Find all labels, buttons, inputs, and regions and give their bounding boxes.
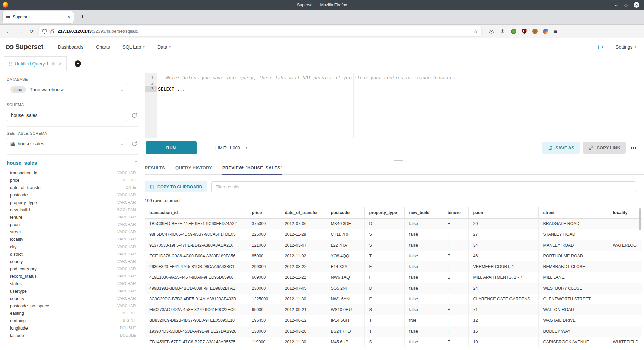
column-type: VARCHAR [117, 267, 136, 271]
table-title[interactable]: house_sales [7, 160, 37, 166]
back-icon[interactable]: ← [6, 28, 11, 34]
privacy-badger-icon[interactable] [511, 29, 516, 34]
table-cell: false [404, 240, 443, 251]
schema-column-row: northingBIGINT [7, 317, 136, 324]
filter-results-input[interactable] [211, 181, 636, 192]
table-cell: 85000 [247, 251, 280, 261]
table-schema-select[interactable]: house_sales ⌄ [7, 138, 127, 149]
results-controls: COPY TO CLIPBOARD [145, 181, 644, 192]
column-header-tenure[interactable]: tenure [443, 207, 468, 218]
column-header-property_type[interactable]: property_type [364, 207, 404, 218]
table-grid-icon [10, 141, 15, 146]
schema-column-row: eastingBIGINT [7, 309, 136, 317]
column-type: DATE [126, 185, 136, 189]
table-cell: VERMEER COURT, 1 [468, 261, 538, 272]
drag-handle-icon[interactable] [9, 62, 12, 66]
table-cell: S [364, 240, 404, 251]
nav-item-data[interactable]: Data▾ [157, 44, 171, 50]
column-name: usertype [10, 289, 27, 294]
save-icon [547, 145, 552, 150]
copy-link-button[interactable]: COPY LINK [583, 142, 626, 154]
tracking-shield-icon[interactable] [42, 29, 47, 34]
window-close-icon[interactable]: ✕ [634, 2, 639, 8]
results-tab-results[interactable]: RESULTS [145, 162, 165, 175]
sql-editor[interactable]: 1 2 3 -- Note: Unless you save your quer… [145, 73, 644, 138]
table-row: F5C273AC-0D2A-458F-8279-9C61F0C22EC66500… [145, 304, 642, 315]
nav-item-charts[interactable]: Charts [96, 44, 110, 50]
table-cell: ECE1D376-C9A6-4C00-B004-A380B189FA56 [145, 251, 247, 261]
table-schema-value: house_sales [18, 141, 44, 146]
column-header-paon[interactable]: paon [468, 207, 538, 218]
superset-logo[interactable]: ∞ Superset [5, 42, 43, 52]
cookie-extension-icon[interactable] [532, 29, 538, 34]
column-header-price[interactable]: price [247, 207, 280, 218]
editor-code-area[interactable]: -- Note: Unless you save your query, the… [157, 73, 644, 138]
column-header-date_of_transfer[interactable]: date_of_transfer [280, 207, 326, 218]
table-cell: F [364, 294, 404, 304]
run-button[interactable]: RUN [146, 141, 197, 154]
column-header-locality[interactable]: locality [608, 207, 642, 218]
table-cell: false [404, 272, 443, 283]
query-tab-close-icon[interactable]: ✕ [58, 61, 62, 66]
table-cell: D [364, 218, 404, 229]
ublock-origin-icon[interactable] [522, 28, 527, 34]
pocket-icon[interactable] [489, 28, 494, 34]
results-scrollbar-thumb[interactable] [639, 208, 641, 230]
chevron-down-icon: ⌄ [120, 141, 124, 146]
schema-select[interactable]: house_sales ⌄ [7, 110, 127, 121]
save-as-button[interactable]: SAVE AS [542, 142, 580, 154]
refresh-schema-icon[interactable] [131, 113, 137, 118]
column-type: DOUBLE [120, 326, 136, 330]
column-type: VARCHAR [117, 237, 136, 241]
nav-item-label: SQL Lab [123, 44, 141, 50]
column-header-postcode[interactable]: postcode [326, 207, 364, 218]
nav-item-sql-lab[interactable]: SQL Lab▾ [123, 44, 145, 50]
results-tab-query-history[interactable]: QUERY HISTORY [175, 162, 212, 175]
add-query-tab-button[interactable]: + [75, 60, 81, 67]
column-header-street[interactable]: street [538, 207, 608, 218]
nav-item-dashboards[interactable]: Dashboards [58, 44, 84, 50]
table-cell: S [364, 337, 404, 347]
new-browser-tab-button[interactable]: + [78, 13, 87, 21]
table-cell: YO8 4QQ [326, 251, 364, 261]
more-options-button[interactable]: ••• [630, 145, 637, 151]
window-minimize-icon[interactable]: ⌄ [614, 3, 618, 7]
reload-icon[interactable]: ⟳ [30, 28, 34, 34]
table-cell: 98F5DC47-0D05-4D59-95B7-98CA6F1FDE05 [145, 229, 247, 240]
table-cell: 195450 [247, 315, 280, 326]
resize-grip-icon[interactable] [394, 159, 403, 161]
window-maximize-icon[interactable]: ◇ [624, 3, 628, 7]
pane-resize-row [145, 157, 644, 162]
divider [7, 154, 138, 155]
insecure-lock-icon[interactable] [50, 29, 55, 34]
refresh-table-icon[interactable] [131, 141, 137, 147]
url-field[interactable]: 217.160.120.143:32393/superset/sqllab/ ☆ [39, 26, 481, 36]
column-header-transaction_id[interactable]: transaction_id [145, 207, 247, 218]
settings-menu[interactable]: Settings ▾ [615, 44, 636, 50]
table-row: ECE1D376-C9A6-4C00-B004-A380B189FA568500… [145, 251, 642, 261]
forward-icon[interactable]: → [18, 28, 23, 34]
database-select[interactable]: trino Trino warehouse ⌄ [7, 84, 127, 95]
table-cell: false [404, 326, 443, 337]
table-cell: 2012-11-30 [280, 337, 326, 347]
table-cell: BS24 7HD [326, 326, 364, 337]
column-header-new_build[interactable]: new_build [404, 207, 443, 218]
column-type: BIGINT [123, 311, 136, 315]
collapse-chevron-icon[interactable]: ⌃ [134, 160, 138, 165]
menu-hamburger-icon[interactable]: ≡ [554, 28, 557, 34]
results-tab-preview[interactable]: PREVIEW: `HOUSE_SALES` [222, 162, 282, 175]
add-new-menu[interactable]: + ▾ [596, 43, 603, 51]
browser-tab-close-icon[interactable]: ✕ [67, 15, 70, 19]
table-cell: REMBRANDT CLOSE [538, 261, 608, 272]
column-type: VARCHAR [117, 259, 136, 263]
url-path: :32393/superset/sqllab/ [92, 29, 139, 34]
limit-dropdown[interactable]: LIMIT: 1 000 ▾ [215, 145, 247, 150]
column-type: VARCHAR [117, 200, 136, 204]
download-icon[interactable] [500, 28, 505, 34]
copy-to-clipboard-button[interactable]: COPY TO CLIPBOARD [145, 181, 207, 192]
query-tab-untitled-1[interactable]: Untitled Query 1 ✕ [4, 56, 67, 71]
bookmark-star-icon[interactable]: ☆ [473, 28, 478, 34]
table-cell: L22 7RA [326, 240, 364, 251]
extension-colorful-icon[interactable] [543, 29, 548, 34]
browser-tab-superset[interactable]: ∞ Superset ✕ [3, 11, 74, 23]
